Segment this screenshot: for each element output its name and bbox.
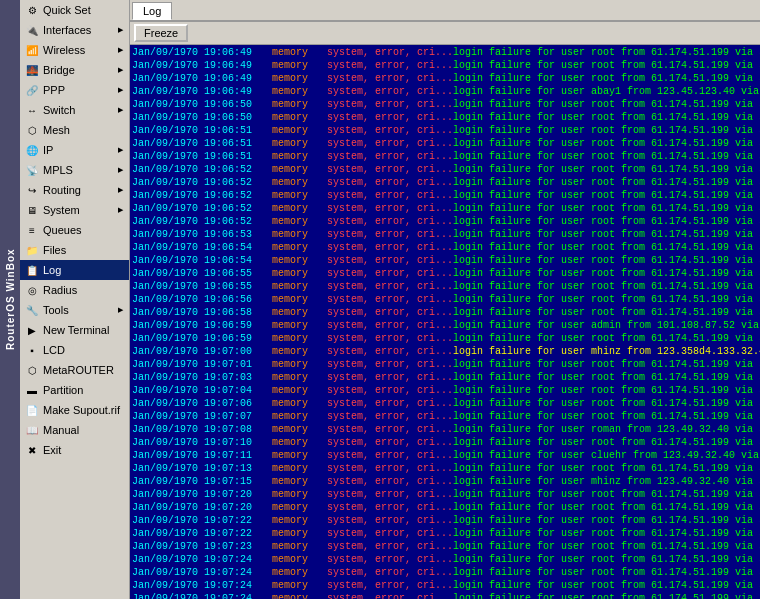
- log-facility: memory: [272, 358, 327, 371]
- log-date: Jan/09/1970 19:07:24: [132, 553, 272, 566]
- log-message: login failure for user root from 61.174.…: [453, 98, 760, 111]
- log-row: Jan/09/1970 19:06:59 memory system, erro…: [132, 332, 760, 345]
- sidebar-item-lcd[interactable]: ▪LCD: [20, 340, 129, 360]
- sidebar-item-radius[interactable]: ◎Radius: [20, 280, 129, 300]
- metarouter-icon: ⬡: [24, 362, 40, 378]
- log-date: Jan/09/1970 19:07:01: [132, 358, 272, 371]
- log-parts: system, error, cri...: [327, 111, 453, 124]
- log-date: Jan/09/1970 19:07:22: [132, 527, 272, 540]
- log-message: login failure for user root from 61.174.…: [453, 488, 760, 501]
- sidebar-item-switch[interactable]: ↔Switch: [20, 100, 129, 120]
- sidebar-item-ppp[interactable]: 🔗PPP: [20, 80, 129, 100]
- winbox-label: RouterOS WinBox: [0, 0, 20, 599]
- sidebar-item-label-wireless: Wireless: [43, 44, 85, 56]
- sidebar-item-mesh[interactable]: ⬡Mesh: [20, 120, 129, 140]
- log-parts: system, error, cri...: [327, 215, 453, 228]
- sidebar-item-partition[interactable]: ▬Partition: [20, 380, 129, 400]
- sidebar-item-bridge[interactable]: 🌉Bridge: [20, 60, 129, 80]
- log-facility: memory: [272, 215, 327, 228]
- log-date: Jan/09/1970 19:06:58: [132, 306, 272, 319]
- log-parts: system, error, cri...: [327, 176, 453, 189]
- routing-icon: ↪: [24, 182, 40, 198]
- log-facility: memory: [272, 202, 327, 215]
- log-message: login failure for user root from 61.174.…: [453, 410, 760, 423]
- log-date: Jan/09/1970 19:06:59: [132, 332, 272, 345]
- log-facility: memory: [272, 85, 327, 98]
- log-message: login failure for user root from 61.174.…: [453, 397, 760, 410]
- log-message: login failure for user cluehr from 123.4…: [453, 449, 760, 462]
- log-date: Jan/09/1970 19:06:53: [132, 228, 272, 241]
- log-date: Jan/09/1970 19:06:52: [132, 215, 272, 228]
- sidebar-item-wireless[interactable]: 📶Wireless: [20, 40, 129, 60]
- log-row: Jan/09/1970 19:07:00 memory system, erro…: [132, 345, 760, 358]
- log-date: Jan/09/1970 19:06:49: [132, 46, 272, 59]
- sidebar-item-routing[interactable]: ↪Routing: [20, 180, 129, 200]
- freeze-button[interactable]: Freeze: [134, 24, 188, 42]
- log-facility: memory: [272, 501, 327, 514]
- log-message: login failure for user root from 61.174.…: [453, 150, 760, 163]
- log-message: login failure for user root from 61.174.…: [453, 137, 760, 150]
- sidebar-item-ip[interactable]: 🌐IP: [20, 140, 129, 160]
- log-parts: system, error, cri...: [327, 150, 453, 163]
- tab-bar: Log: [130, 0, 760, 22]
- sidebar-item-label-partition: Partition: [43, 384, 83, 396]
- log-row: Jan/09/1970 19:06:49 memory system, erro…: [132, 72, 760, 85]
- sidebar-item-queues[interactable]: ≡Queues: [20, 220, 129, 240]
- sidebar-item-exit[interactable]: ✖Exit: [20, 440, 129, 460]
- log-date: Jan/09/1970 19:07:00: [132, 345, 272, 358]
- log-parts: system, error, cri...: [327, 189, 453, 202]
- log-row: Jan/09/1970 19:07:07 memory system, erro…: [132, 410, 760, 423]
- sidebar-item-label-bridge: Bridge: [43, 64, 75, 76]
- log-rows-container: Jan/09/1970 19:06:49 memory system, erro…: [132, 46, 760, 599]
- log-facility: memory: [272, 124, 327, 137]
- sidebar-item-mpls[interactable]: 📡MPLS: [20, 160, 129, 180]
- log-row: Jan/09/1970 19:06:50 memory system, erro…: [132, 98, 760, 111]
- sidebar-item-quick-set[interactable]: ⚙Quick Set: [20, 0, 129, 20]
- sidebar-item-new-terminal[interactable]: ▶New Terminal: [20, 320, 129, 340]
- log-message: login failure for user root from 61.174.…: [453, 111, 760, 124]
- log-row: Jan/09/1970 19:07:24 memory system, erro…: [132, 553, 760, 566]
- sidebar-item-system[interactable]: 🖥System: [20, 200, 129, 220]
- sidebar-item-log[interactable]: 📋Log: [20, 260, 129, 280]
- main-content: Log Freeze Jan/09/1970 19:06:49 memory s…: [130, 0, 760, 599]
- log-parts: system, error, cri...: [327, 488, 453, 501]
- partition-icon: ▬: [24, 382, 40, 398]
- log-date: Jan/09/1970 19:07:24: [132, 566, 272, 579]
- log-parts: system, error, cri...: [327, 566, 453, 579]
- radius-icon: ◎: [24, 282, 40, 298]
- log-row: Jan/09/1970 19:06:52 memory system, erro…: [132, 176, 760, 189]
- log-facility: memory: [272, 384, 327, 397]
- log-row: Jan/09/1970 19:07:24 memory system, erro…: [132, 592, 760, 599]
- sidebar-item-label-log: Log: [43, 264, 61, 276]
- log-date: Jan/09/1970 19:06:49: [132, 59, 272, 72]
- log-facility: memory: [272, 488, 327, 501]
- log-parts: system, error, cri...: [327, 579, 453, 592]
- log-facility: memory: [272, 332, 327, 345]
- log-parts: system, error, cri...: [327, 397, 453, 410]
- log-content[interactable]: Jan/09/1970 19:06:49 memory system, erro…: [130, 45, 760, 599]
- sidebar-item-manual[interactable]: 📖Manual: [20, 420, 129, 440]
- log-facility: memory: [272, 592, 327, 599]
- log-message: login failure for user root from 61.174.…: [453, 501, 760, 514]
- log-message: login failure for user root from 61.174.…: [453, 462, 760, 475]
- sidebar-item-metarouter[interactable]: ⬡MetaROUTER: [20, 360, 129, 380]
- sidebar-item-interfaces[interactable]: 🔌Interfaces: [20, 20, 129, 40]
- log-facility: memory: [272, 150, 327, 163]
- sidebar-item-tools[interactable]: 🔧Tools: [20, 300, 129, 320]
- log-facility: memory: [272, 397, 327, 410]
- log-row: Jan/09/1970 19:06:56 memory system, erro…: [132, 293, 760, 306]
- log-facility: memory: [272, 163, 327, 176]
- log-parts: system, error, cri...: [327, 475, 453, 488]
- log-date: Jan/09/1970 19:07:24: [132, 579, 272, 592]
- log-date: Jan/09/1970 19:06:56: [132, 293, 272, 306]
- sidebar-item-files[interactable]: 📁Files: [20, 240, 129, 260]
- log-parts: system, error, cri...: [327, 163, 453, 176]
- log-facility: memory: [272, 475, 327, 488]
- tab-log[interactable]: Log: [132, 2, 172, 20]
- log-message: login failure for user root from 61.174.…: [453, 215, 760, 228]
- log-row: Jan/09/1970 19:06:58 memory system, erro…: [132, 306, 760, 319]
- sidebar-item-make-supout[interactable]: 📄Make Supout.rif: [20, 400, 129, 420]
- log-facility: memory: [272, 72, 327, 85]
- log-row: Jan/09/1970 19:06:59 memory system, erro…: [132, 319, 760, 332]
- log-date: Jan/09/1970 19:07:22: [132, 514, 272, 527]
